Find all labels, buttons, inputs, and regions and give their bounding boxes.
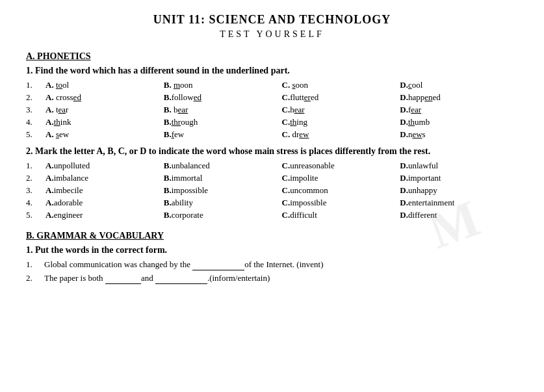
- blank-2b: [155, 273, 207, 284]
- q1-r5-c: C. drew: [282, 129, 400, 140]
- item-num: 1.: [26, 259, 40, 270]
- q2-r4-d: D.entertainment: [400, 198, 518, 208]
- q2-r3-b: B.impossible: [164, 185, 282, 196]
- q1-r1-a: A. tool: [45, 80, 164, 90]
- q1-r2-d: D.happened: [400, 92, 518, 103]
- page-title: UNIT 11: SCIENCE AND TECHNOLOGY: [26, 13, 518, 27]
- row-num: 2.: [26, 92, 45, 103]
- q2-r3-d: D.unhappy: [400, 185, 518, 196]
- q2-r4-a: A.adorable: [45, 198, 164, 208]
- q1-r5-a: A. sew: [45, 129, 164, 140]
- q1-r1-c: C. soon: [282, 80, 400, 90]
- q2-r4-c: C.impossible: [282, 198, 400, 208]
- q1-r2-a: A. crossed: [45, 92, 164, 103]
- q1-r4-a: A.think: [45, 117, 164, 127]
- q2-r1-b: B.unbalanced: [164, 161, 282, 171]
- b-q1-list: 1. Global communication was changed by t…: [26, 259, 518, 284]
- q2-r2-b: B.immortal: [164, 173, 282, 183]
- q2-r1-d: D.unlawful: [400, 161, 518, 171]
- q1-r2-b: B.followed: [164, 92, 282, 103]
- q2-instruction-wrapper: 2. Mark the letter A, B, C, or D to indi…: [26, 146, 518, 157]
- row-num: 2.: [26, 173, 45, 183]
- q2-r4-b: B.ability: [164, 198, 282, 208]
- item-text: The paper is both and .(inform/entertain…: [44, 273, 270, 284]
- row-num: 1.: [26, 80, 45, 90]
- row-num: 4.: [26, 198, 45, 208]
- q2-r2-d: D.important: [400, 173, 518, 183]
- q2-r2-a: A.imbalance: [45, 173, 164, 183]
- q1-instruction: 1. Find the word which has a different s…: [26, 66, 518, 76]
- q1-r2-c: C.fluttered: [282, 92, 400, 103]
- row-num: 5.: [26, 210, 45, 220]
- q2-r3-c: C.uncommon: [282, 185, 400, 196]
- b-q1-instruction: 1. Put the words in the correct form.: [26, 245, 518, 255]
- q2-instruction: 2. Mark the letter A, B, C, or D to indi…: [26, 146, 430, 156]
- q1-r3-a: A. tear: [45, 105, 164, 115]
- q2-r5-c: C.difficult: [282, 210, 400, 220]
- item-num: 2.: [26, 273, 40, 283]
- q2-grid: 1. A.unpolluted B.unbalanced C.unreasona…: [26, 161, 518, 220]
- q1-r5-b: B.few: [164, 129, 282, 140]
- q2-r2-c: C.impolite: [282, 173, 400, 183]
- q2-r3-a: A.imbecile: [45, 185, 164, 196]
- q2-r5-d: D.different: [400, 210, 518, 220]
- section-b-header: B. GRAMMAR & VOCABULARY: [26, 231, 518, 241]
- q2-r5-a: A.engineer: [45, 210, 164, 220]
- blank-2a: [105, 273, 141, 284]
- list-item: 1. Global communication was changed by t…: [26, 259, 518, 270]
- section-a-header: A. PHONETICS: [26, 51, 518, 62]
- row-num: 3.: [26, 185, 45, 196]
- q2-r1-c: C.unreasonable: [282, 161, 400, 171]
- q1-r3-d: D.fear: [400, 105, 518, 115]
- q1-grid: 1. A. tool B. moon C. soon D.cool 2. A. …: [26, 80, 518, 140]
- q1-r1-b: B. moon: [164, 80, 282, 90]
- q1-r4-c: C.thing: [282, 117, 400, 127]
- row-num: 4.: [26, 117, 45, 127]
- q1-r4-d: D.thumb: [400, 117, 518, 127]
- q1-r5-d: D.news: [400, 129, 518, 140]
- blank-1: [192, 259, 244, 270]
- q2-r5-b: B.corporate: [164, 210, 282, 220]
- page-subtitle: TEST YOURSELF: [26, 29, 518, 40]
- row-num: 5.: [26, 129, 45, 140]
- q1-r4-b: B.through: [164, 117, 282, 127]
- item-text: Global communication was changed by the …: [44, 259, 323, 270]
- row-num: 3.: [26, 105, 45, 115]
- q1-r3-c: C.hear: [282, 105, 400, 115]
- list-item: 2. The paper is both and .(inform/entert…: [26, 273, 518, 284]
- row-num: 1.: [26, 161, 45, 171]
- q1-r1-d: D.cool: [400, 80, 518, 90]
- q1-r3-b: B. bear: [164, 105, 282, 115]
- section-b-header-wrapper: B. GRAMMAR & VOCABULARY: [26, 231, 518, 241]
- q2-r1-a: A.unpolluted: [45, 161, 164, 171]
